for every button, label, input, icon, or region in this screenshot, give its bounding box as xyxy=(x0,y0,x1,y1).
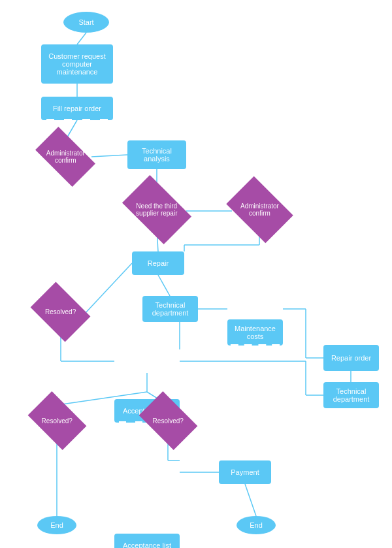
fill-repair-order-label: Fill repair order xyxy=(53,105,101,112)
payment-node: Payment xyxy=(219,460,271,484)
technical-dept-1-label: Technicaldepartment xyxy=(152,301,189,317)
technical-dept-right-label: Technicaldepartment xyxy=(333,387,370,403)
technical-dept-right-node: Technicaldepartment xyxy=(323,382,379,408)
acceptance-list-2-label: Acceptance list xyxy=(123,541,171,548)
resolved-2-node: Resolved? xyxy=(28,391,87,450)
start-label: Start xyxy=(78,18,93,26)
svg-line-11 xyxy=(158,275,170,296)
technical-analysis-node: Technicalanalysis xyxy=(127,140,186,169)
flowchart-diagram: Start Customer requestcomputermaintenanc… xyxy=(0,0,392,548)
admin-confirm-1-node: Administratorconfirm xyxy=(35,127,95,187)
end-1-label: End xyxy=(50,521,63,529)
customer-request-label: Customer requestcomputermaintenance xyxy=(48,52,105,76)
repair-order-right-node: Repair order xyxy=(323,345,379,371)
customer-request-node: Customer requestcomputermaintenance xyxy=(41,44,113,84)
svg-line-30 xyxy=(245,484,256,516)
repair-order-right-label: Repair order xyxy=(331,354,371,362)
maintenance-costs-label: Maintenancecosts xyxy=(235,325,276,340)
end-1-node: End xyxy=(37,516,76,534)
svg-line-3 xyxy=(91,155,127,157)
admin-confirm-2-label: Administratorconfirm xyxy=(240,202,279,217)
resolved-3-label: Resolved? xyxy=(153,417,184,424)
end-2-node: End xyxy=(237,516,276,534)
need-third-supplier-label: Need the thirdsupplier repair xyxy=(136,202,177,217)
technical-analysis-label: Technicalanalysis xyxy=(142,147,172,163)
end-2-label: End xyxy=(250,521,263,529)
admin-confirm-2-node: Administratorconfirm xyxy=(226,176,293,244)
repair-label: Repair xyxy=(148,259,169,267)
svg-line-10 xyxy=(85,263,132,314)
resolved-2-label: Resolved? xyxy=(42,417,73,424)
repair-node: Repair xyxy=(132,251,184,275)
resolved-1-node: Resolved? xyxy=(31,282,91,342)
maintenance-costs-node: Maintenancecosts xyxy=(227,319,283,346)
fill-repair-order-node: Fill repair order xyxy=(41,97,113,120)
need-third-supplier-node: Need the thirdsupplier repair xyxy=(122,175,191,244)
start-node: Start xyxy=(63,12,109,33)
resolved-1-label: Resolved? xyxy=(45,308,76,315)
svg-line-0 xyxy=(77,33,86,44)
acceptance-list-2-node: Acceptance list xyxy=(114,534,180,548)
admin-confirm-1-label: Administratorconfirm xyxy=(46,150,85,164)
payment-label: Payment xyxy=(231,468,259,476)
technical-dept-1-node: Technicaldepartment xyxy=(142,296,198,322)
